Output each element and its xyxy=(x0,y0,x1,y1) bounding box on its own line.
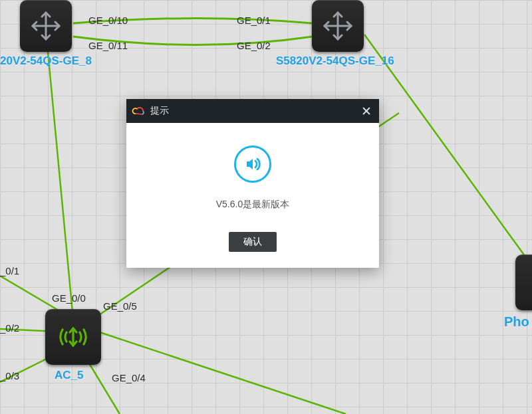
node-switch-right[interactable] xyxy=(312,0,364,52)
dialog-message: V5.6.0是最新版本 xyxy=(140,199,366,211)
port-label: GE_0/2 xyxy=(237,40,271,51)
topology-canvas[interactable]: 20V2-54QS-GE_8 S5820V2-54QS-GE_16 xyxy=(0,0,532,414)
dialog-titlebar[interactable]: 提示 xyxy=(126,99,379,123)
ap-icon xyxy=(53,316,94,358)
port-label: GE_0/1 xyxy=(237,15,271,26)
prompt-dialog: 提示 V5.6.0是最新版本 确认 xyxy=(126,99,379,268)
port-label: GE_0/5 xyxy=(103,300,137,312)
port-label: GE_0/0 xyxy=(52,292,86,304)
switch-icon xyxy=(319,7,356,45)
dialog-title-text: 提示 xyxy=(150,105,169,117)
node-phone[interactable] xyxy=(515,255,532,310)
port-label: GE_0/11 xyxy=(88,40,128,51)
port-label: _0/1 xyxy=(0,265,19,276)
node-phone-label: Pho xyxy=(504,314,529,330)
link-ac-4 xyxy=(86,359,120,414)
node-switch-right-label: S5820V2-54QS-GE_16 xyxy=(276,54,394,68)
dialog-close-button[interactable] xyxy=(360,105,372,117)
cloud-logo-icon xyxy=(132,104,145,118)
port-label: _0/2 xyxy=(0,322,19,334)
port-label: _0/3 xyxy=(0,370,19,381)
info-sound-icon xyxy=(234,146,271,183)
node-ac[interactable] xyxy=(45,309,101,365)
link-sw-right-phone xyxy=(364,35,532,266)
node-ac-label: AC_5 xyxy=(55,369,83,382)
switch-icon xyxy=(27,7,65,45)
confirm-button[interactable]: 确认 xyxy=(229,232,277,252)
port-label: GE_0/10 xyxy=(88,15,128,26)
node-switch-left[interactable] xyxy=(20,0,72,52)
dialog-body: V5.6.0是最新版本 确认 xyxy=(126,123,379,268)
close-icon xyxy=(362,107,370,115)
link-sw-left-ac xyxy=(48,52,73,319)
port-label: GE_0/4 xyxy=(112,372,146,383)
node-switch-left-label: 20V2-54QS-GE_8 xyxy=(0,54,92,68)
